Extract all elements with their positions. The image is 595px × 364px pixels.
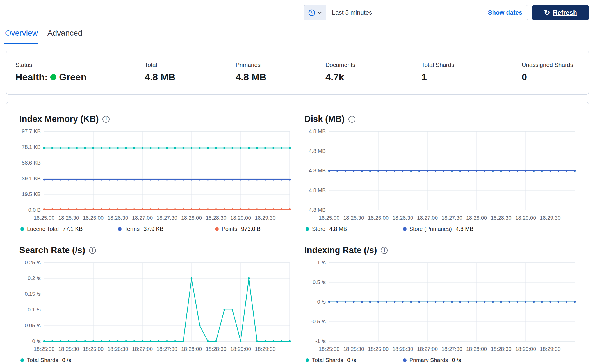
svg-text:18:25:00: 18:25:00 xyxy=(34,215,54,221)
time-range-picker: Last 5 minutes Show dates xyxy=(304,5,528,20)
svg-text:18:26:00: 18:26:00 xyxy=(83,346,104,352)
indexing-rate-plot: -1 /s-0.5 /s0 /s0.5 /s1 /s18:25:0018:25:… xyxy=(304,260,576,355)
legend-series-dot xyxy=(118,227,122,231)
svg-text:18:25:30: 18:25:30 xyxy=(58,346,79,352)
legend-series-value: 0 /s xyxy=(452,357,461,363)
svg-text:18:29:00: 18:29:00 xyxy=(515,215,536,221)
svg-text:97.7 KB: 97.7 KB xyxy=(22,129,41,134)
svg-text:18:28:00: 18:28:00 xyxy=(181,346,202,352)
tab-overview[interactable]: Overview xyxy=(4,29,38,44)
info-icon[interactable] xyxy=(89,247,96,254)
svg-text:18:25:30: 18:25:30 xyxy=(343,346,364,352)
svg-text:-0.5 /s: -0.5 /s xyxy=(311,319,326,324)
stat-unassigned-shards-value: 0 xyxy=(522,72,580,83)
svg-text:18:27:30: 18:27:30 xyxy=(157,215,177,221)
svg-text:0.0 B: 0.0 B xyxy=(28,207,41,213)
charts-grid: Index Memory (KB) 0.0 B19.5 KB39.1 KB58.… xyxy=(19,114,576,363)
svg-text:18:27:00: 18:27:00 xyxy=(132,215,153,221)
stat-total-shards-label: Total Shards xyxy=(421,62,522,68)
legend-item[interactable]: Store (Primaries)4.8 MB xyxy=(403,226,500,232)
legend-item[interactable]: Lucene Total77.1 KB xyxy=(20,226,118,232)
svg-text:19.5 KB: 19.5 KB xyxy=(22,191,41,197)
stat-status: Status Health: Green xyxy=(15,62,145,83)
time-range-value[interactable]: Last 5 minutes xyxy=(326,9,488,16)
stat-documents-label: Documents xyxy=(325,62,421,68)
clock-icon xyxy=(308,9,316,17)
svg-text:18:27:00: 18:27:00 xyxy=(417,215,438,221)
svg-text:0.5 /s: 0.5 /s xyxy=(313,279,326,285)
legend-series-name: Total Shards xyxy=(312,357,343,363)
svg-text:18:26:30: 18:26:30 xyxy=(393,346,413,352)
chart-title: Index Memory (KB) xyxy=(19,114,99,124)
refresh-icon: ↻ xyxy=(544,9,550,16)
show-dates-button[interactable]: Show dates xyxy=(488,9,528,16)
svg-text:18:28:00: 18:28:00 xyxy=(181,215,202,221)
legend-series-value: 37.9 KB xyxy=(143,226,163,232)
legend-item[interactable]: Points973.0 B xyxy=(215,226,313,232)
chart-title: Disk (MB) xyxy=(304,114,345,124)
legend-series-name: Store (Primaries) xyxy=(409,226,452,232)
svg-text:18:25:30: 18:25:30 xyxy=(343,215,364,221)
chart-disk-header: Disk (MB) xyxy=(304,114,576,124)
legend-item[interactable]: Primary Shards0 /s xyxy=(403,357,500,363)
legend-item[interactable]: Terms37.9 KB xyxy=(118,226,215,232)
legend-series-value: 973.0 B xyxy=(241,226,261,232)
refresh-label: Refresh xyxy=(553,9,577,17)
tab-advanced[interactable]: Advanced xyxy=(47,29,83,44)
svg-text:18:25:30: 18:25:30 xyxy=(58,215,79,221)
svg-text:0 /s: 0 /s xyxy=(317,299,326,305)
time-quick-select-button[interactable] xyxy=(304,5,326,20)
svg-text:4.8 MB: 4.8 MB xyxy=(309,129,326,134)
legend-item[interactable]: Total Shards0 /s xyxy=(20,357,118,363)
svg-text:-1 /s: -1 /s xyxy=(315,338,326,344)
chart-search-rate: Search Rate (/s) 0 /s0.05 /s0.1 /s0.15 /… xyxy=(19,245,291,363)
stat-primaries-label: Primaries xyxy=(236,62,325,68)
search-rate-plot: 0 /s0.05 /s0.1 /s0.15 /s0.2 /s0.25 /s18:… xyxy=(19,260,291,355)
legend-series-name: Terms xyxy=(124,226,140,232)
stat-total-value: 4.8 MB xyxy=(145,72,236,83)
chart-search-rate-header: Search Rate (/s) xyxy=(19,245,291,255)
legend-series-name: Store xyxy=(312,226,325,232)
svg-text:18:28:00: 18:28:00 xyxy=(466,346,487,352)
disk-legend: Store4.8 MBStore (Primaries)4.8 MB xyxy=(304,226,576,232)
stat-unassigned-shards: Unassigned Shards 0 xyxy=(522,62,580,83)
legend-series-dot xyxy=(403,358,407,362)
svg-text:18:28:30: 18:28:30 xyxy=(491,215,512,221)
svg-text:39.1 KB: 39.1 KB xyxy=(22,176,41,181)
svg-text:18:29:30: 18:29:30 xyxy=(540,346,561,352)
svg-text:18:27:30: 18:27:30 xyxy=(157,346,177,352)
index-summary-panel: Status Health: Green Total 4.8 MB Primar… xyxy=(6,51,589,95)
svg-text:18:29:30: 18:29:30 xyxy=(255,215,276,221)
legend-series-name: Primary Shards xyxy=(409,357,448,363)
info-icon[interactable] xyxy=(381,247,388,254)
health-green-dot xyxy=(50,74,56,80)
svg-text:0.2 /s: 0.2 /s xyxy=(28,275,41,281)
legend-item[interactable]: Store4.8 MB xyxy=(306,226,403,232)
legend-item[interactable]: Total Shards0 /s xyxy=(306,357,403,363)
stat-documents: Documents 4.7k xyxy=(325,62,421,83)
legend-series-dot xyxy=(215,227,219,231)
svg-text:0.05 /s: 0.05 /s xyxy=(25,322,41,328)
refresh-button[interactable]: ↻ Refresh xyxy=(532,5,589,20)
svg-text:18:29:30: 18:29:30 xyxy=(540,215,561,221)
svg-text:18:27:00: 18:27:00 xyxy=(417,346,438,352)
legend-series-value: 0 /s xyxy=(347,357,356,363)
svg-text:1 /s: 1 /s xyxy=(317,260,326,265)
svg-text:18:26:30: 18:26:30 xyxy=(393,215,413,221)
legend-series-name: Lucene Total xyxy=(27,226,59,232)
disk-plot: 4.8 MB4.8 MB4.8 MB4.8 MB4.8 MB18:25:0018… xyxy=(304,129,576,224)
svg-text:0.25 /s: 0.25 /s xyxy=(25,260,41,265)
svg-text:18:28:30: 18:28:30 xyxy=(491,346,512,352)
legend-series-name: Points xyxy=(222,226,237,232)
svg-text:18:29:00: 18:29:00 xyxy=(230,346,251,352)
top-bar: Last 5 minutes Show dates ↻ Refresh xyxy=(0,0,595,20)
legend-series-dot xyxy=(20,227,24,231)
info-icon[interactable] xyxy=(102,116,110,123)
metrics-panel: Index Memory (KB) 0.0 B19.5 KB39.1 KB58.… xyxy=(6,102,589,364)
stat-primaries-value: 4.8 MB xyxy=(236,72,325,83)
info-icon[interactable] xyxy=(348,116,355,123)
health-value: Green xyxy=(59,72,86,83)
legend-series-name: Total Shards xyxy=(27,357,58,363)
stat-primaries: Primaries 4.8 MB xyxy=(236,62,325,83)
svg-text:18:25:00: 18:25:00 xyxy=(319,346,339,352)
